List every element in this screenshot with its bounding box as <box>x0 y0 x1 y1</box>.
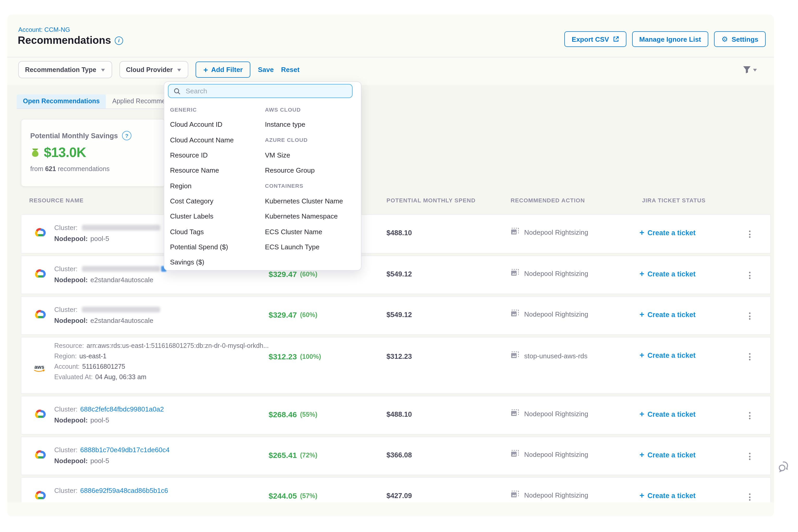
recommendations-table: Cluster:Nodepool:pool-5$488.10Nodepool R… <box>21 197 771 502</box>
support-chat-icon[interactable] <box>778 460 791 474</box>
filter-bar: Recommendation Type▼ Cloud Provider▼ + A… <box>18 61 300 78</box>
add-filter-dropdown: GENERICCloud Account IDCloud Account Nam… <box>164 81 361 271</box>
table-row: Cluster:Nodepool:pool-5$488.10Nodepool R… <box>21 214 771 253</box>
field-value: pool-5 <box>91 457 109 465</box>
dropdown-filter-option[interactable]: Resource Name <box>169 163 260 178</box>
field-label: Cluster: <box>54 405 78 413</box>
row-menu-button[interactable] <box>747 270 753 281</box>
savings-value: $312.23 <box>269 352 297 361</box>
dropdown-search[interactable] <box>168 84 353 98</box>
reset-filter-button[interactable]: Reset <box>281 66 300 74</box>
table-row: Cluster:Nodepool:e2standar4autoscale$329… <box>21 255 771 294</box>
create-ticket-button[interactable]: +Create a ticket <box>640 450 696 459</box>
page: Account: CCM-NG Recommendations i Export… <box>7 15 774 516</box>
tab-applied-recommendations[interactable]: Applied Recommendations <box>106 94 173 109</box>
dropdown-filter-option[interactable]: Resource ID <box>169 148 260 163</box>
row-menu-button[interactable] <box>747 410 753 421</box>
dropdown-filter-option[interactable]: Cluster Labels <box>169 209 260 224</box>
dropdown-filter-option[interactable]: Cloud Account Name <box>169 132 260 148</box>
header-actions: Export CSV Manage Ignore List ⚙ Settings <box>564 31 766 47</box>
monthly-savings-cell: $329.47(60%) <box>269 270 317 279</box>
export-csv-button[interactable]: Export CSV <box>564 31 626 47</box>
dropdown-filter-option[interactable]: Savings ($) <box>169 254 260 270</box>
potential-spend-cell: $488.10 <box>386 229 412 237</box>
dropdown-filter-option[interactable]: Cloud Tags <box>169 224 260 240</box>
potential-spend-cell: $488.10 <box>386 411 412 418</box>
row-menu-button[interactable] <box>747 491 753 502</box>
field-value: pool-5 <box>91 235 109 243</box>
field-label: Account: <box>54 363 79 370</box>
redacted-cluster-name <box>82 307 160 312</box>
account-breadcrumb[interactable]: Account: CCM-NG <box>18 26 70 33</box>
dropdown-section-heading: GENERIC <box>169 102 260 117</box>
dropdown-filter-option[interactable]: Region <box>169 178 260 193</box>
plus-icon: + <box>640 410 644 419</box>
redacted-cluster-name <box>82 225 160 230</box>
tab-open-recommendations[interactable]: Open Recommendations <box>17 94 106 109</box>
field-value: e2standar4autoscale <box>91 276 153 284</box>
plus-icon: + <box>640 350 644 360</box>
dropdown-filter-option[interactable]: Cloud Account ID <box>169 117 260 132</box>
action-label: Nodepool Rightsizing <box>524 310 588 318</box>
table-row: Cluster:6888b1c70e49db17c1de60c4Nodepool… <box>21 437 771 475</box>
dropdown-filter-option[interactable]: Potential Spend ($) <box>169 239 260 254</box>
resource-details: Cluster:Nodepool:pool-5 <box>54 222 160 244</box>
create-ticket-button[interactable]: +Create a ticket <box>640 269 696 279</box>
field-value: arn:aws:rds:us-east-1:511616801275:db:zn… <box>87 342 269 349</box>
recommendation-type-filter[interactable]: Recommendation Type▼ <box>18 61 112 78</box>
filter-panel-toggle[interactable]: ▼ <box>743 66 757 74</box>
cluster-link[interactable]: 6888b1c70e49db17c1de60c4 <box>80 446 170 454</box>
header-divider <box>7 57 774 57</box>
settings-button[interactable]: ⚙ Settings <box>714 31 766 47</box>
create-ticket-button[interactable]: +Create a ticket <box>640 310 696 319</box>
create-ticket-label: Create a ticket <box>648 270 696 278</box>
create-ticket-label: Create a ticket <box>648 310 696 318</box>
row-menu-button[interactable] <box>747 228 753 240</box>
dropdown-section-heading: AWS CLOUD <box>263 102 357 117</box>
field-value: us-east-1 <box>79 353 107 360</box>
field-label: Nodepool: <box>54 276 88 284</box>
field-label: Resource: <box>54 342 84 349</box>
help-icon[interactable]: ? <box>122 131 131 140</box>
search-input[interactable] <box>185 87 347 95</box>
dropdown-filter-option[interactable]: Kubernetes Namespace <box>263 209 357 224</box>
rightsizing-icon <box>511 269 519 279</box>
row-menu-button[interactable] <box>747 310 753 322</box>
add-filter-button[interactable]: + Add Filter <box>195 61 251 78</box>
gcp-icon <box>33 309 46 320</box>
table-row: Cluster:688c2fefc84fbdc99801a0a2Nodepool… <box>21 396 771 435</box>
field-value: 04 Aug, 06:33 am <box>95 374 146 381</box>
field-label: Region: <box>54 353 77 360</box>
dropdown-filter-option[interactable]: ECS Cluster Name <box>263 224 357 240</box>
create-ticket-button[interactable]: +Create a ticket <box>640 491 696 500</box>
save-filter-button[interactable]: Save <box>258 66 274 74</box>
plus-icon: + <box>640 228 644 237</box>
row-menu-button[interactable] <box>747 451 753 462</box>
gear-icon: ⚙ <box>721 36 728 43</box>
cluster-link[interactable]: 6886e92f59a48cad86b5b1c6 <box>80 487 168 494</box>
create-ticket-button[interactable]: +Create a ticket <box>640 410 696 419</box>
savings-card-title: Potential Monthly Savings ? <box>30 131 131 140</box>
cluster-link[interactable]: 688c2fefc84fbdc99801a0a2 <box>80 405 164 413</box>
dropdown-filter-option[interactable]: VM Size <box>263 148 357 163</box>
field-label: Cluster: <box>54 265 78 273</box>
create-ticket-button[interactable]: +Create a ticket <box>640 228 696 237</box>
dropdown-filter-option[interactable]: Kubernetes Cluster Name <box>263 193 357 209</box>
action-label: Nodepool Rightsizing <box>524 451 588 458</box>
dropdown-filter-option[interactable]: ECS Launch Type <box>263 239 357 254</box>
cloud-provider-filter[interactable]: Cloud Provider▼ <box>119 61 188 78</box>
page-title-text: Recommendations <box>18 34 111 46</box>
funnel-icon <box>743 66 751 74</box>
create-ticket-button[interactable]: +Create a ticket <box>640 350 696 360</box>
potential-spend-cell: $549.12 <box>386 311 412 319</box>
row-menu-button[interactable] <box>747 351 753 362</box>
dropdown-filter-option[interactable]: Cost Category <box>169 193 260 209</box>
rightsizing-icon <box>511 450 519 459</box>
resource-details: Cluster:6888b1c70e49db17c1de60c4Nodepool… <box>54 444 170 466</box>
savings-percent: (60%) <box>300 270 317 278</box>
dropdown-filter-option[interactable]: Instance type <box>263 117 357 132</box>
manage-ignore-list-button[interactable]: Manage Ignore List <box>632 31 708 47</box>
info-icon[interactable]: i <box>115 36 123 44</box>
dropdown-filter-option[interactable]: Resource Group <box>263 163 357 178</box>
savings-value: $329.47 <box>269 270 297 279</box>
